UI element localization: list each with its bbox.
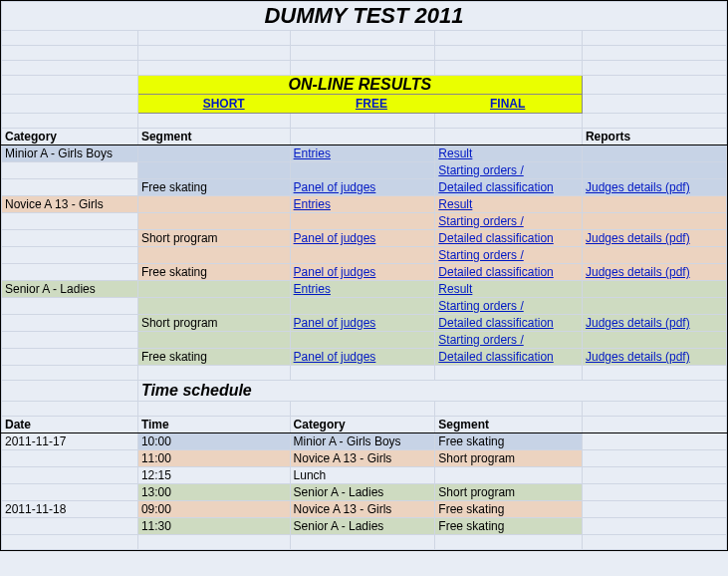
judges-details-link[interactable]: Judges details (pdf) [586,350,690,364]
result-or-classification-link[interactable]: Detailed classification [438,265,553,279]
segment-cell: Short program [137,230,290,247]
judges-details-link[interactable]: Judges details (pdf) [586,180,690,194]
schedule-category: Novice A 13 - Girls [290,501,435,518]
entries-or-panel-link[interactable]: Panel of judges [294,231,376,245]
segment-cell: Free skating [137,349,290,366]
result-or-classification-link[interactable]: Detailed classification [438,350,553,364]
header-segment: Segment [137,129,290,145]
category-row: Starting orders / [2,332,727,349]
schedule-header-time: Time [137,417,290,433]
result-or-classification-link[interactable]: Starting orders / [438,248,523,262]
results-header-row: Category Segment Reports [2,129,727,145]
segment-cell [137,196,290,213]
schedule-segment [435,467,583,484]
schedule-segment: Free skating [435,501,583,518]
segment-cell [137,213,290,230]
category-row: Starting orders / [2,247,727,264]
category-row: Short programPanel of judgesDetailed cla… [2,230,727,247]
category-row: Free skatingPanel of judgesDetailed clas… [2,349,727,366]
schedule-date [2,450,138,467]
schedule-date: 2011-11-17 [2,433,138,450]
judges-details-link[interactable]: Judges details (pdf) [586,265,690,279]
segment-cell [137,298,290,315]
schedule-row: 2011-11-1710:00Minior A - Girls BoysFree… [2,433,727,450]
schedule-time: 09:00 [137,501,290,518]
short-link[interactable]: SHORT [203,97,245,111]
schedule-date: 2011-11-18 [2,501,138,518]
schedule-category: Novice A 13 - Girls [290,450,435,467]
result-or-classification-link[interactable]: Result [438,146,472,160]
entries-or-panel-link[interactable]: Panel of judges [294,316,376,330]
segment-cell [137,281,290,298]
header-category: Category [2,129,138,145]
category-row: Free skatingPanel of judgesDetailed clas… [2,179,727,196]
schedule-segment: Free skating [435,433,583,450]
schedule-time: 10:00 [137,433,290,450]
schedule-category: Lunch [290,467,435,484]
schedule-heading: Time schedule [137,381,726,402]
segment-cell [137,332,290,349]
entries-or-panel-link[interactable]: Panel of judges [294,180,376,194]
segment-cell: Short program [137,315,290,332]
schedule-header-category: Category [290,417,435,433]
segment-cell [137,247,290,264]
schedule-time: 11:00 [137,450,290,467]
result-or-classification-link[interactable]: Detailed classification [438,180,553,194]
result-or-classification-link[interactable]: Detailed classification [438,316,553,330]
category-row: Minior A - Girls BoysEntriesResult [2,145,727,162]
segment-cell [137,145,290,162]
schedule-category: Senior A - Ladies [290,518,435,535]
schedule-date [2,467,138,484]
entries-or-panel-link[interactable]: Entries [294,197,331,211]
category-row: Starting orders / [2,162,727,179]
judges-details-link[interactable]: Judges details (pdf) [586,316,690,330]
schedule-header-row: Date Time Category Segment [2,417,727,433]
category-row: Novice A 13 - GirlsEntriesResult [2,196,727,213]
entries-or-panel-link[interactable]: Entries [294,282,331,296]
category-row: Short programPanel of judgesDetailed cla… [2,315,727,332]
schedule-segment: Free skating [435,518,583,535]
result-or-classification-link[interactable]: Result [438,197,472,211]
segment-cell: Free skating [137,179,290,196]
schedule-date [2,518,138,535]
final-link[interactable]: FINAL [490,97,525,111]
schedule-time: 11:30 [137,518,290,535]
category-name: Minior A - Girls Boys [2,145,138,162]
schedule-time: 12:15 [137,467,290,484]
schedule-category: Minior A - Girls Boys [290,433,435,450]
page-title: DUMMY TEST 2011 [2,2,727,31]
schedule-time: 13:00 [137,484,290,501]
segment-cell [137,162,290,179]
category-name: Novice A 13 - Girls [2,196,138,213]
result-or-classification-link[interactable]: Starting orders / [438,163,523,177]
schedule-header-date: Date [2,417,138,433]
header-reports: Reports [582,129,726,145]
schedule-category: Senior A - Ladies [290,484,435,501]
spreadsheet: DUMMY TEST 2011 ON-LINE RESULTS SHORT FR… [0,0,728,551]
online-results-heading: ON-LINE RESULTS [138,76,582,94]
result-or-classification-link[interactable]: Detailed classification [438,231,553,245]
schedule-header-segment: Segment [435,417,583,433]
category-row: Senior A - LadiesEntriesResult [2,281,727,298]
result-or-classification-link[interactable]: Starting orders / [438,214,523,228]
entries-or-panel-link[interactable]: Panel of judges [294,350,376,364]
category-row: Free skatingPanel of judgesDetailed clas… [2,264,727,281]
schedule-row: 11:00Novice A 13 - GirlsShort program [2,450,727,467]
schedule-row: 11:30Senior A - LadiesFree skating [2,518,727,535]
schedule-segment: Short program [435,484,583,501]
category-name: Senior A - Ladies [2,281,138,298]
judges-details-link[interactable]: Judges details (pdf) [586,231,690,245]
result-or-classification-link[interactable]: Result [438,282,472,296]
free-link[interactable]: FREE [356,97,387,111]
schedule-segment: Short program [435,450,583,467]
segment-cell: Free skating [137,264,290,281]
schedule-row: 12:15Lunch [2,467,727,484]
schedule-row: 2011-11-1809:00Novice A 13 - GirlsFree s… [2,501,727,518]
category-row: Starting orders / [2,213,727,230]
result-or-classification-link[interactable]: Starting orders / [438,333,523,347]
result-or-classification-link[interactable]: Starting orders / [438,299,523,313]
category-row: Starting orders / [2,298,727,315]
entries-or-panel-link[interactable]: Panel of judges [294,265,376,279]
entries-or-panel-link[interactable]: Entries [294,146,331,160]
schedule-date [2,484,138,501]
